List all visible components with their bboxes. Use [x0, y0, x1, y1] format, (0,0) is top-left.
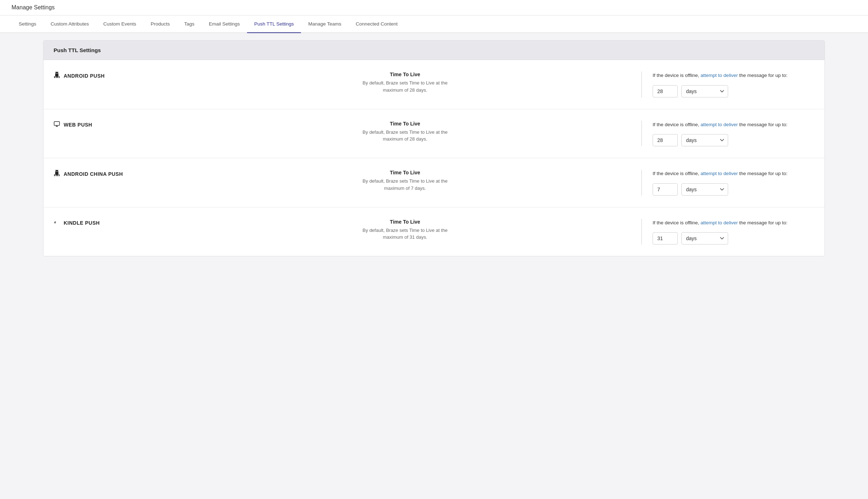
divider-web-push	[641, 121, 642, 147]
amazon-icon: a	[54, 219, 60, 227]
ttl-label-web-push: Time To Live	[183, 121, 627, 127]
push-right-android-push: If the device is offline, attempt to del…	[649, 72, 814, 97]
svg-rect-0	[54, 122, 60, 125]
push-section-android-push: ANDROID PUSHTime To LiveBy default, Braz…	[44, 60, 824, 109]
ttl-label-android-push: Time To Live	[183, 72, 627, 77]
push-name-kindle-push: KINDLE PUSH	[64, 220, 100, 226]
ttl-unit-select-android-push[interactable]: secondsminuteshoursdays	[681, 85, 728, 97]
push-right-web-push: If the device is offline, attempt to del…	[649, 121, 814, 147]
push-middle-kindle-push: Time To LiveBy default, Braze sets Time …	[176, 219, 634, 241]
nav-item-custom-attributes[interactable]: Custom Attributes	[44, 15, 96, 33]
ttl-desc-web-push: By default, Braze sets Time to Live at t…	[183, 129, 627, 143]
card-header-title: Push TTL Settings	[54, 47, 101, 53]
push-middle-android-china-push: Time To LiveBy default, Braze sets Time …	[176, 170, 634, 192]
settings-card: Push TTL Settings ANDROID PUSHTime To Li…	[43, 40, 825, 256]
ttl-unit-select-android-china-push[interactable]: secondsminuteshoursdays	[681, 183, 728, 196]
ttl-label-android-china-push: Time To Live	[183, 170, 627, 175]
android-icon	[54, 72, 60, 80]
offline-text-web-push: If the device is offline, attempt to del…	[653, 121, 811, 129]
push-name-android-push: ANDROID PUSH	[64, 73, 105, 79]
ttl-value-input-android-push[interactable]	[653, 85, 678, 97]
push-name-web-push: WEB PUSH	[64, 122, 92, 128]
input-row-android-china-push: secondsminuteshoursdays	[653, 183, 811, 196]
content-area: Push TTL Settings ANDROID PUSHTime To Li…	[0, 40, 868, 256]
nav-item-manage-teams[interactable]: Manage Teams	[301, 15, 348, 33]
nav-item-products[interactable]: Products	[143, 15, 177, 33]
offline-text-android-china-push: If the device is offline, attempt to del…	[653, 170, 811, 178]
ttl-value-input-android-china-push[interactable]	[653, 183, 678, 196]
ttl-unit-select-kindle-push[interactable]: secondsminuteshoursdays	[681, 232, 728, 244]
push-section-android-china-push: ANDROID CHINA PUSHTime To LiveBy default…	[44, 158, 824, 207]
push-middle-android-push: Time To LiveBy default, Braze sets Time …	[176, 72, 634, 93]
offline-text-android-push: If the device is offline, attempt to del…	[653, 72, 811, 79]
nav-item-settings[interactable]: Settings	[12, 15, 44, 33]
monitor-icon	[54, 121, 60, 129]
push-name-android-china-push: ANDROID CHINA PUSH	[64, 171, 123, 177]
nav-item-custom-events[interactable]: Custom Events	[96, 15, 143, 33]
input-row-web-push: secondsminuteshoursdays	[653, 134, 811, 146]
ttl-desc-kindle-push: By default, Braze sets Time to Live at t…	[183, 227, 627, 241]
card-header: Push TTL Settings	[44, 41, 824, 60]
input-row-android-push: secondsminuteshoursdays	[653, 85, 811, 97]
svg-text:a: a	[54, 220, 56, 224]
push-middle-web-push: Time To LiveBy default, Braze sets Time …	[176, 121, 634, 143]
nav-item-connected-content[interactable]: Connected Content	[348, 15, 405, 33]
attempt-deliver-link-web-push[interactable]: attempt to deliver	[700, 122, 738, 127]
ttl-desc-android-china-push: By default, Braze sets Time to Live at t…	[183, 178, 627, 192]
nav-item-email-settings[interactable]: Email Settings	[202, 15, 247, 33]
ttl-unit-select-web-push[interactable]: secondsminuteshoursdays	[681, 134, 728, 146]
attempt-deliver-link-kindle-push[interactable]: attempt to deliver	[700, 220, 738, 225]
push-right-android-china-push: If the device is offline, attempt to del…	[649, 170, 814, 196]
push-left-android-china-push: ANDROID CHINA PUSH	[54, 170, 176, 178]
nav-bar: SettingsCustom AttributesCustom EventsPr…	[0, 15, 868, 33]
android-icon	[54, 170, 60, 178]
push-right-kindle-push: If the device is offline, attempt to del…	[649, 219, 814, 245]
ttl-value-input-kindle-push[interactable]	[653, 232, 678, 244]
divider-android-china-push	[641, 170, 642, 196]
page-title: Manage Settings	[12, 4, 55, 10]
ttl-value-input-web-push[interactable]	[653, 134, 678, 146]
ttl-desc-android-push: By default, Braze sets Time to Live at t…	[183, 79, 627, 93]
push-left-kindle-push: a KINDLE PUSH	[54, 219, 176, 227]
push-left-web-push: WEB PUSH	[54, 121, 176, 129]
push-left-android-push: ANDROID PUSH	[54, 72, 176, 80]
ttl-label-kindle-push: Time To Live	[183, 219, 627, 225]
push-section-web-push: WEB PUSHTime To LiveBy default, Braze se…	[44, 109, 824, 159]
attempt-deliver-link-android-china-push[interactable]: attempt to deliver	[700, 171, 738, 176]
top-bar: Manage Settings	[0, 0, 868, 15]
input-row-kindle-push: secondsminuteshoursdays	[653, 232, 811, 244]
divider-android-push	[641, 72, 642, 97]
attempt-deliver-link-android-push[interactable]: attempt to deliver	[700, 73, 738, 78]
nav-item-tags[interactable]: Tags	[177, 15, 202, 33]
push-section-kindle-push: a KINDLE PUSHTime To LiveBy default, Bra…	[44, 207, 824, 256]
offline-text-kindle-push: If the device is offline, attempt to del…	[653, 219, 811, 227]
divider-kindle-push	[641, 219, 642, 245]
nav-item-push-ttl-settings[interactable]: Push TTL Settings	[247, 15, 301, 33]
